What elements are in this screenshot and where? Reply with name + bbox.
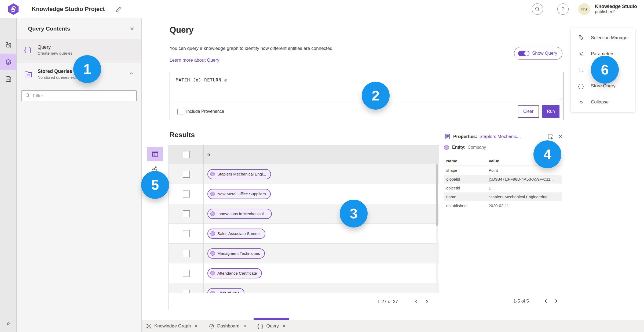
- close-tab-button[interactable]: ×: [243, 323, 246, 329]
- table-row[interactable]: Firebird Title: [169, 283, 439, 293]
- results-table: e Staplers Mechanical Engi...New Metal O…: [169, 145, 439, 310]
- tab-knowledge-graph[interactable]: Knowledge Graph×: [145, 320, 199, 332]
- property-value: 1: [489, 186, 560, 190]
- save-icon[interactable]: [0, 71, 16, 87]
- collapse-chevrons-icon: »: [578, 99, 584, 105]
- close-panel-button[interactable]: ×: [130, 25, 134, 32]
- table-row[interactable]: Innovations in Mechanical...: [169, 204, 439, 224]
- add-to-new-button[interactable]: [547, 134, 553, 140]
- show-query-toggle[interactable]: Show Query: [514, 47, 562, 60]
- row-checkbox[interactable]: [183, 290, 190, 293]
- search-icon: [25, 93, 30, 99]
- resize-handle[interactable]: [559, 96, 562, 102]
- row-checkbox[interactable]: [183, 171, 190, 178]
- previous-page-button[interactable]: [411, 297, 422, 307]
- learn-more-link[interactable]: Learn more about Query: [170, 58, 219, 63]
- layers-icon[interactable]: [0, 54, 16, 70]
- row-checkbox[interactable]: [183, 210, 190, 217]
- annotation-number: 4: [544, 146, 551, 162]
- search-button[interactable]: [532, 3, 543, 15]
- entity-name: New Metal Office Suppliers: [217, 192, 266, 196]
- entity-type: Company: [468, 145, 486, 150]
- previous-page-button[interactable]: [541, 296, 551, 306]
- chevron-right-icon: [424, 299, 429, 304]
- entity-pill[interactable]: Staplers Mechanical Engi...: [207, 169, 271, 179]
- close-tab-button[interactable]: ×: [283, 323, 286, 329]
- property-name: name: [446, 195, 489, 199]
- row-checkbox-cell: [169, 204, 204, 223]
- close-properties-button[interactable]: ×: [559, 133, 562, 140]
- entity-pill[interactable]: Attendance Certificate: [207, 268, 262, 278]
- entity-name: Managment Techniques: [217, 251, 260, 256]
- entity-name: Firebird Title: [217, 291, 240, 293]
- clear-button[interactable]: Clear: [518, 105, 539, 118]
- row-checkbox-cell: [169, 263, 204, 283]
- next-page-button[interactable]: [422, 297, 432, 307]
- properties-entity-link[interactable]: Staplers Mechanic...: [480, 134, 521, 139]
- data-model-icon[interactable]: [0, 37, 16, 54]
- tab-query[interactable]: { }Query×: [256, 320, 286, 332]
- tab-dashboard[interactable]: Dashboard×: [208, 320, 247, 332]
- app-logo-icon[interactable]: [7, 3, 20, 16]
- entity-pill[interactable]: Firebird Title: [207, 288, 244, 293]
- entity-pill[interactable]: New Metal Office Suppliers: [207, 189, 271, 199]
- query-item-title: Query: [38, 44, 72, 50]
- entity-dot-icon: [444, 145, 449, 150]
- annotation-number: 5: [151, 177, 159, 193]
- help-button[interactable]: ?: [557, 3, 569, 15]
- filter-input[interactable]: [33, 93, 133, 99]
- menu-item-selection-manager[interactable]: Selection Manager: [571, 30, 635, 46]
- row-checkbox[interactable]: [183, 250, 190, 257]
- avatar[interactable]: KS: [578, 3, 590, 15]
- expand-rail-button[interactable]: »: [0, 318, 16, 329]
- annotation-number: 2: [372, 88, 380, 104]
- table-row[interactable]: New Metal Office Suppliers: [169, 184, 439, 204]
- show-query-label: Show Query: [532, 51, 557, 56]
- property-value: 2020-02-11: [489, 203, 560, 208]
- view-tab-bar: Knowledge Graph×Dashboard×{ }Query×: [142, 320, 644, 332]
- prop-col-name: Name: [446, 159, 489, 163]
- run-button[interactable]: Run: [542, 105, 559, 118]
- contents-item-query[interactable]: { } Query Create new queries: [17, 39, 141, 60]
- table-row[interactable]: Staplers Mechanical Engi...: [169, 164, 439, 184]
- table-row[interactable]: Attendance Certificate: [169, 263, 439, 283]
- next-page-button[interactable]: [551, 296, 561, 306]
- property-name: established: [446, 203, 489, 208]
- row-checkbox-cell: [169, 224, 204, 243]
- annotation-number: 1: [83, 61, 91, 77]
- dashboard-icon: [209, 323, 214, 329]
- menu-item-collapse[interactable]: »Collapse: [571, 94, 635, 110]
- annotation-circle-6: 6: [591, 56, 619, 84]
- select-all-checkbox[interactable]: [183, 151, 190, 158]
- close-tab-button[interactable]: ×: [195, 323, 197, 329]
- entity-pill[interactable]: Managment Techniques: [207, 248, 265, 259]
- page-title: Query: [170, 25, 194, 35]
- row-checkbox[interactable]: [183, 270, 190, 277]
- property-row: established2020-02-11: [444, 201, 562, 210]
- left-rail: »: [0, 18, 17, 332]
- row-checkbox[interactable]: [183, 230, 190, 237]
- view-as-table-button[interactable]: [147, 147, 163, 161]
- collapse-section-button[interactable]: [129, 71, 134, 77]
- annotation-circle-4: 4: [533, 140, 561, 168]
- toggle-switch[interactable]: [518, 51, 529, 56]
- user-meta: Knowledge Studio publisher2: [595, 4, 637, 14]
- entity-pill[interactable]: Innovations in Mechanical...: [207, 209, 272, 219]
- property-row: objectid1: [444, 184, 562, 192]
- properties-header: Properties: Staplers Mechanic... ×: [444, 133, 562, 141]
- topbar-actions: ? KS Knowledge Studio publisher2: [532, 2, 637, 16]
- topbar-divider: [550, 2, 550, 16]
- results-scrollbar: [436, 164, 438, 293]
- row-checkbox[interactable]: [183, 191, 190, 197]
- properties-page-range: 1-5 of 5: [513, 299, 529, 304]
- include-provenance-checkbox[interactable]: [177, 109, 183, 114]
- tab-label: Query: [266, 323, 279, 329]
- user-role: publisher2: [595, 9, 637, 14]
- entity-pill[interactable]: Sales Associate Summit: [207, 229, 265, 239]
- scrollbar-thumb[interactable]: [436, 164, 438, 226]
- table-row[interactable]: Managment Techniques: [169, 244, 439, 263]
- table-row[interactable]: Sales Associate Summit: [169, 224, 439, 244]
- edit-title-icon[interactable]: [116, 6, 123, 13]
- entity-dot-icon: [210, 192, 215, 196]
- property-name: globalid: [446, 177, 489, 181]
